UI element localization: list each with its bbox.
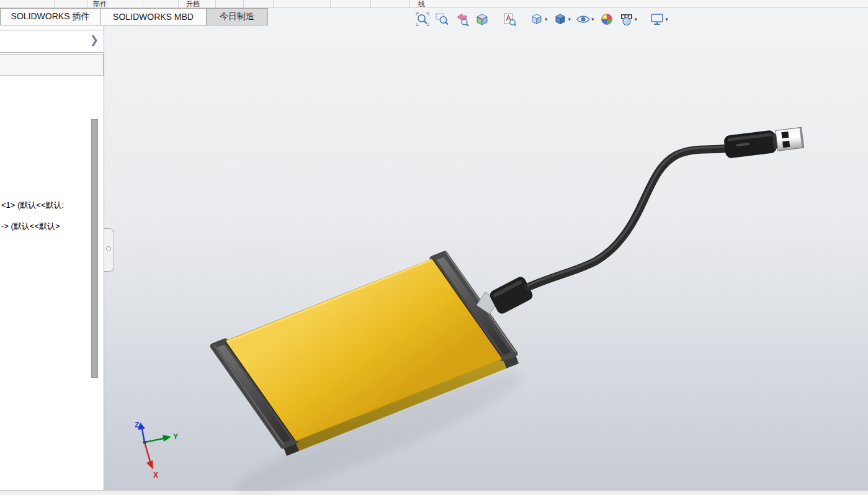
tab-solidworks-addins[interactable]: SOLIDWORKS 插件 [0, 8, 101, 25]
zoom-fit-button[interactable] [414, 11, 431, 27]
ribbon-tab-bar: SOLIDWORKS 插件 SOLIDWORKS MBD 今日制造 [0, 8, 268, 25]
ribbon-separator [273, 0, 274, 8]
ribbon-separator [409, 0, 410, 8]
zoom-fit-icon [415, 12, 430, 27]
panel-scrollbar[interactable] [91, 119, 98, 378]
ribbon-separator [87, 0, 87, 8]
tab-today-manufacturing[interactable]: 今日制造 [207, 8, 268, 25]
hide-show-items-dropdown[interactable]: ▾ [591, 16, 594, 22]
display-style-button[interactable]: ▾ [552, 11, 572, 27]
view-orientation-button[interactable]: ▾ [529, 11, 548, 27]
eye-icon [576, 12, 591, 27]
ribbon-fragment[interactable]: 线 [418, 0, 425, 8]
apply-scene-dropdown[interactable]: ▾ [635, 16, 638, 22]
panel-splitter-handle[interactable] [104, 228, 114, 272]
ribbon-fragment[interactable]: 部件 [93, 0, 107, 8]
feature-panel-header: ❯ [0, 30, 104, 53]
feature-manager-panel: ❯ <1> (默认<<默认: -> (默认<<默认> [0, 25, 104, 490]
apply-scene-button[interactable]: ▾ [619, 11, 638, 27]
view-orientation-dropdown[interactable]: ▾ [545, 16, 548, 22]
annotation-views-icon [502, 12, 517, 27]
display-style-dropdown[interactable]: ▾ [568, 16, 571, 22]
ribbon-separator [143, 0, 143, 8]
scene-icon [619, 12, 634, 27]
ribbon-separator [370, 0, 371, 8]
headsup-toolbar: ▾ ▾ ▾ [414, 10, 669, 29]
monitor-icon [650, 12, 664, 27]
ribbon-separator [54, 0, 55, 8]
ribbon-separator [178, 0, 179, 8]
zoom-area-icon [435, 12, 450, 27]
section-view-icon [475, 12, 490, 27]
display-style-icon [553, 12, 568, 27]
hide-show-items-button[interactable]: ▾ [575, 11, 595, 27]
section-view-button[interactable] [474, 11, 490, 27]
edit-appearance-button[interactable] [599, 11, 615, 27]
view-settings-button[interactable]: ▾ [649, 11, 669, 27]
status-bar [0, 490, 868, 495]
ribbon-sliver: 部件 升档 线 [0, 0, 868, 8]
feature-tree-item[interactable]: -> (默认<<默认> [1, 221, 60, 232]
ribbon-separator [215, 0, 216, 8]
solidworks-window: 部件 升档 线 SOLIDWORKS 插件 SOLIDWORKS MBD 今日制… [0, 0, 868, 495]
feature-panel-subheader [0, 54, 104, 76]
splitter-dot-icon [106, 246, 111, 251]
ribbon-separator [243, 0, 244, 8]
previous-view-button[interactable] [454, 11, 470, 27]
zoom-area-button[interactable] [434, 11, 450, 27]
appearance-ball-icon [599, 12, 614, 27]
view-orientation-icon [529, 12, 544, 27]
view-settings-dropdown[interactable]: ▾ [665, 16, 668, 22]
ribbon-separator [330, 0, 331, 8]
annotation-views-button[interactable] [501, 11, 517, 27]
panel-expand-button[interactable]: ❯ [90, 33, 99, 47]
viewport[interactable] [104, 8, 868, 490]
feature-tree-item[interactable]: <1> (默认<<默认: [1, 200, 64, 211]
previous-view-icon [455, 12, 470, 27]
ribbon-fragment[interactable]: 升档 [186, 0, 200, 8]
tab-solidworks-mbd[interactable]: SOLIDWORKS MBD [101, 8, 207, 25]
